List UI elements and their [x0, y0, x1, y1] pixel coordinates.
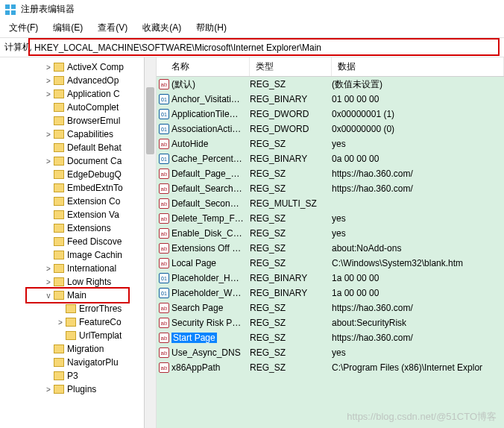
address-input[interactable] — [34, 43, 500, 53]
value-type: REG_SZ — [250, 362, 332, 373]
tree-item-label: Document Ca — [67, 156, 122, 166]
svg-rect-3 — [11, 10, 16, 15]
menu-view[interactable]: 查看(V) — [95, 20, 130, 36]
expand-icon[interactable]: > — [43, 90, 54, 98]
folder-icon — [54, 224, 64, 233]
value-type: REG_SZ — [250, 228, 332, 239]
expand-icon[interactable]: > — [43, 63, 54, 72]
registry-value-row[interactable]: abDefault_Secon…REG_MULTI_SZ — [157, 196, 504, 211]
tree-view[interactable]: >ActiveX Comp>AdvancedOp>Application C A… — [0, 57, 157, 428]
menu-edit[interactable]: 编辑(E) — [50, 20, 86, 36]
tree-item-label: Feed Discove — [67, 236, 122, 247]
tree-item[interactable]: EmbedExtnTo — [0, 181, 156, 195]
registry-value-row[interactable]: 01Anchor_Visitati…REG_BINARY01 00 00 00 — [157, 92, 504, 107]
value-type: REG_SZ — [250, 318, 332, 328]
folder-icon — [54, 89, 64, 98]
registry-value-row[interactable]: abx86AppPathREG_SZC:\Program Files (x86)… — [157, 360, 504, 375]
tree-item[interactable]: UrlTemplat — [0, 329, 156, 342]
value-data: 1a 00 00 00 — [332, 273, 504, 283]
svg-rect-2 — [5, 10, 10, 15]
registry-value-row[interactable]: abStart PageREG_SZhttps://hao.360.com/ — [157, 330, 504, 345]
list-body[interactable]: ab(默认)REG_SZ(数值未设置)01Anchor_Visitati…REG… — [157, 77, 504, 428]
tree-item[interactable]: Image Cachin — [0, 248, 156, 262]
menu-help[interactable]: 帮助(H) — [193, 20, 230, 36]
tree-item-label: Default Behat — [67, 142, 122, 153]
value-type: REG_SZ — [250, 258, 332, 268]
col-header-name[interactable]: 名称 — [157, 57, 250, 76]
expand-icon[interactable]: > — [43, 157, 54, 166]
registry-value-row[interactable]: 01Cache_Percent…REG_BINARY0a 00 00 00 — [157, 151, 504, 166]
tree-item-label: Main — [67, 290, 86, 300]
string-value-icon: ab — [157, 139, 171, 149]
tree-item[interactable]: >Application C — [0, 87, 156, 101]
folder-icon — [54, 116, 64, 125]
tree-item[interactable]: vMain — [0, 289, 156, 302]
expand-icon[interactable]: > — [43, 385, 54, 394]
value-data: 01 00 00 00 — [332, 94, 504, 104]
tree-item[interactable]: Extension Va — [0, 208, 156, 221]
registry-value-row[interactable]: abLocal PageREG_SZC:\Windows\System32\bl… — [157, 256, 504, 271]
string-value-icon: ab — [157, 333, 171, 343]
tree-item[interactable]: Extension Co — [0, 195, 156, 208]
tree-item-label: Migration — [67, 344, 104, 354]
scrollbar-thumb[interactable] — [146, 87, 154, 154]
registry-value-row[interactable]: abUse_Async_DNSREG_SZyes — [157, 345, 504, 360]
value-data: 0x00000001 (1) — [332, 109, 504, 119]
menu-file[interactable]: 文件(F) — [6, 20, 41, 36]
tree-item[interactable]: P3 — [0, 369, 156, 383]
tree-item[interactable]: BrowserEmul — [0, 114, 156, 128]
tree-item[interactable]: Extensions — [0, 221, 156, 235]
registry-value-row[interactable]: 01Placeholder_W…REG_BINARY1a 00 00 00 — [157, 286, 504, 300]
registry-value-row[interactable]: ab(默认)REG_SZ(数值未设置) — [157, 77, 504, 92]
registry-value-row[interactable]: abSecurity Risk P…REG_SZabout:SecurityRi… — [157, 315, 504, 330]
registry-value-row[interactable]: abAutoHideREG_SZyes — [157, 136, 504, 151]
registry-value-row[interactable]: abDefault_Page_…REG_SZhttps://hao.360.co… — [157, 166, 504, 181]
tree-item[interactable]: >Plugins — [0, 383, 156, 396]
expand-icon[interactable]: > — [43, 77, 54, 85]
registry-value-row[interactable]: 01Placeholder_H…REG_BINARY1a 00 00 00 — [157, 271, 504, 286]
registry-value-row[interactable]: 01AssociationActi…REG_DWORD0x00000000 (0… — [157, 122, 504, 136]
value-data: 0a 00 00 00 — [332, 154, 504, 164]
tree-item[interactable]: EdgeDebugQ — [0, 168, 156, 181]
tree-item[interactable]: >Capabilities — [0, 128, 156, 141]
expand-icon[interactable]: v — [43, 292, 54, 300]
col-header-type[interactable]: 类型 — [250, 57, 332, 76]
tree-item[interactable]: Migration — [0, 342, 156, 356]
registry-value-row[interactable]: abDefault_Search…REG_SZhttps://hao.360.c… — [157, 181, 504, 196]
registry-value-row[interactable]: abExtensions Off …REG_SZabout:NoAdd-ons — [157, 241, 504, 256]
tree-item[interactable]: >ActiveX Comp — [0, 60, 156, 74]
value-name: AssociationActi… — [171, 124, 250, 134]
menu-favorites[interactable]: 收藏夹(A) — [139, 20, 184, 36]
registry-value-row[interactable]: 01ApplicationTile…REG_DWORD0x00000001 (1… — [157, 107, 504, 122]
tree-item[interactable]: >International — [0, 262, 156, 275]
tree-item[interactable]: AutoComplet — [0, 101, 156, 114]
registry-value-row[interactable]: abSearch PageREG_SZhttps://hao.360.com/ — [157, 300, 504, 315]
folder-icon — [54, 183, 64, 192]
expand-icon[interactable]: > — [43, 278, 54, 286]
tree-item[interactable]: >Low Rights — [0, 275, 156, 289]
registry-value-row[interactable]: abEnable_Disk_C…REG_SZyes — [157, 226, 504, 241]
tree-item-label: AutoComplet — [67, 102, 119, 113]
tree-item-label: Capabilities — [67, 129, 113, 139]
tree-item[interactable]: Default Behat — [0, 141, 156, 154]
tree-scrollbar[interactable] — [144, 57, 156, 428]
tree-item[interactable]: >AdvancedOp — [0, 74, 156, 87]
tree-item-label: P3 — [67, 371, 78, 381]
value-type: REG_BINARY — [250, 288, 332, 298]
expand-icon[interactable]: > — [43, 130, 54, 139]
tree-item[interactable]: ErrorThres — [0, 302, 156, 315]
value-type: REG_SZ — [250, 213, 332, 224]
registry-value-row[interactable]: abDelete_Temp_F…REG_SZyes — [157, 211, 504, 226]
expand-icon[interactable]: > — [55, 318, 66, 327]
string-value-icon: ab — [157, 303, 171, 313]
tree-item-label: ActiveX Comp — [67, 62, 124, 72]
value-data: about:NoAdd-ons — [332, 243, 504, 254]
tree-item[interactable]: >FeatureCo — [0, 315, 156, 329]
col-header-data[interactable]: 数据 — [332, 57, 504, 76]
tree-item[interactable]: NavigatorPlu — [0, 356, 156, 369]
binary-value-icon: 01 — [157, 94, 171, 104]
expand-icon[interactable]: > — [43, 265, 54, 273]
tree-item-label: BrowserEmul — [67, 116, 120, 126]
tree-item[interactable]: >Document Ca — [0, 154, 156, 168]
tree-item[interactable]: Feed Discove — [0, 235, 156, 248]
